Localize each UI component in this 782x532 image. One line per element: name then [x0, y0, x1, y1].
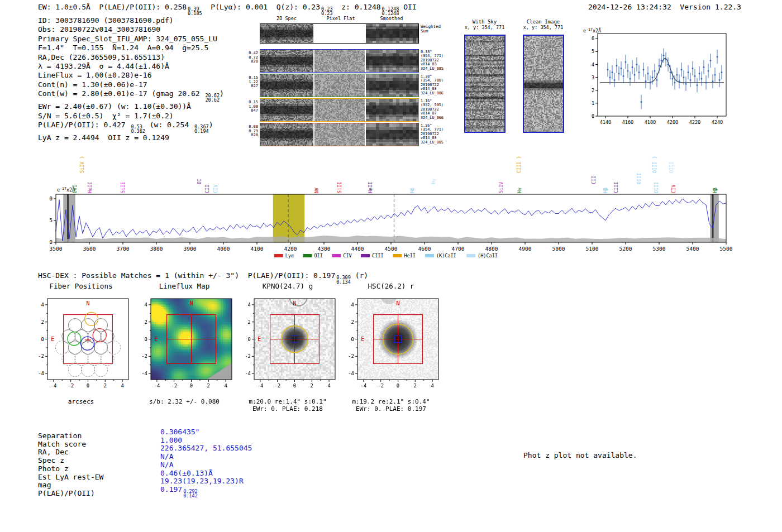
- data-point: [697, 84, 698, 86]
- legend-label: CIV: [343, 253, 351, 258]
- x-tick-label: -4: [154, 383, 160, 389]
- data-point: [683, 76, 685, 78]
- y-tick-label: -4: [141, 371, 147, 376]
- data-point: [688, 71, 689, 73]
- y-tick-label: 4: [145, 302, 147, 308]
- kpno-caption-1: m:20.0 re:1.4" s:0.1": [235, 398, 341, 405]
- unit-superscript: -17: [586, 27, 593, 32]
- north-label: N: [86, 300, 89, 306]
- data-point: [676, 74, 678, 76]
- y-tick-label: -4: [38, 371, 44, 376]
- info-line: 324_LU_086: [421, 92, 444, 95]
- data-point: [636, 64, 638, 65]
- x-tick-label: 4400: [351, 246, 364, 252]
- unit-rest: x2Å: [593, 27, 601, 33]
- x-tick-label: 4: [327, 383, 330, 389]
- data-point: [692, 68, 694, 69]
- spec2d-flat-canvas: [314, 123, 365, 146]
- data-point: [645, 80, 647, 82]
- x-tick-label: 4160: [622, 119, 633, 125]
- x-tick-label: 5400: [686, 246, 699, 252]
- x-tick-label: 5000: [552, 246, 565, 252]
- data-point: [694, 75, 696, 77]
- data-point: [710, 60, 712, 61]
- full-spectrum-svg: 0510350036003700380039004000410042004300…: [49, 146, 733, 263]
- y-tick-label: 5: [49, 217, 53, 223]
- photz-note: Phot z plot not available.: [523, 451, 637, 460]
- data-point: [701, 78, 703, 79]
- y-tick-label: 5: [592, 49, 594, 54]
- info-line-1: Obs: 20190722v014_3003781690: [38, 25, 224, 34]
- x-tick-label: 4100: [251, 246, 264, 252]
- emission-line-label: Hδ: [409, 188, 415, 193]
- x-tick-label: 0: [293, 383, 296, 389]
- y-axis-unit-label: e-17x2Å: [583, 27, 601, 33]
- y-tick-label: 4: [248, 302, 251, 308]
- spec2d-smooth-canvas: [366, 99, 418, 121]
- data-point: [616, 65, 618, 66]
- emission-line-label: CIV: [213, 185, 218, 193]
- x-tick-label: 4200: [667, 119, 678, 125]
- x-tick-label: 3700: [117, 246, 130, 252]
- fiber-circle-dashed: [68, 363, 82, 377]
- stat-line: 028: [244, 133, 258, 138]
- fiber-circle-red: [93, 329, 106, 342]
- emission-line-label: CII: [591, 176, 597, 184]
- data-point: [674, 82, 676, 83]
- y-tick-label: 0: [41, 337, 44, 342]
- y-tick-label: -4: [348, 371, 354, 376]
- kpno-caption-2: EWr: 0. PLAE: 0.218: [235, 405, 341, 413]
- y-tick-label: 2: [145, 319, 147, 325]
- data-point: [612, 71, 613, 73]
- y-tick-label: 2: [592, 88, 594, 93]
- legend-swatch: [425, 254, 434, 257]
- data-point: [607, 69, 609, 70]
- emission-line-label: CII: [204, 185, 210, 193]
- data-point: [656, 79, 658, 81]
- x-tick-label: 4700: [452, 246, 465, 252]
- y-tick-label: -2: [348, 353, 354, 359]
- x-tick-label: 0: [190, 383, 193, 389]
- x-tick-label: 2: [104, 383, 107, 389]
- data-point: [630, 78, 631, 79]
- data-point: [654, 70, 656, 72]
- fiber-xlabel: arcsecs: [28, 398, 134, 405]
- data-point: [719, 79, 721, 81]
- stacked-fraction: 0.3670.194: [193, 124, 209, 133]
- line-fit-zoom-plot: 0123456414041604180420042204240e-17x2Å: [580, 26, 731, 132]
- fiber-circle-orange: [85, 312, 98, 325]
- spec2d-smooth-canvas: [366, 24, 418, 43]
- lineflux-plot-svg: -4-4-2-2002244NE: [131, 292, 237, 398]
- fiber-circle-dashed: [107, 341, 121, 354]
- fiber-circle-dashed: [55, 341, 69, 354]
- data-point: [712, 80, 714, 82]
- y-tick-label: 4: [41, 302, 44, 308]
- emission-line-label: OVI: [72, 185, 78, 193]
- fiber-panel: Fiber Positions-4-4-2-2002244NEarcsecs: [28, 282, 134, 409]
- x-tick-label: 2: [207, 383, 210, 389]
- x-tick-label: -4: [257, 383, 263, 389]
- data-point: [625, 61, 627, 63]
- stacked-fraction: 0.530.362: [130, 124, 145, 133]
- y-tick-label: 2: [41, 319, 44, 325]
- data-point: [681, 69, 683, 70]
- legend-swatch: [466, 254, 475, 257]
- legend-swatch: [274, 254, 283, 257]
- spec2d-flat-canvas: [314, 50, 365, 72]
- legend-swatch: [303, 254, 312, 257]
- data-point: [705, 82, 707, 83]
- stacked-fraction: 20.6220.62: [204, 93, 220, 102]
- weighted-sum-row: [260, 23, 419, 44]
- hsc-plot-svg: -4-4-2-2002244NE: [338, 292, 444, 398]
- spec2d-col-title: 2D Spec: [261, 16, 312, 21]
- sky-panel-image-frame: [464, 35, 506, 133]
- info-line-9: EWr = 2.40(±0.67) (w: 1.10(±0.30))Å: [38, 102, 224, 111]
- unit-superscript: -17: [60, 186, 66, 191]
- legend-swatch: [393, 254, 402, 257]
- info-line-10: S/N = 5.6(±0.5) χ² = 1.7(±0.2): [38, 112, 224, 121]
- stat-line: 047: [244, 109, 258, 113]
- data-point: [659, 65, 660, 66]
- info-line-0: ID: 3003781690 (3003781690.pdf): [38, 16, 224, 25]
- y-tick-label: 0: [248, 337, 251, 342]
- match-row-value: 0.1970.2920.142: [160, 485, 198, 498]
